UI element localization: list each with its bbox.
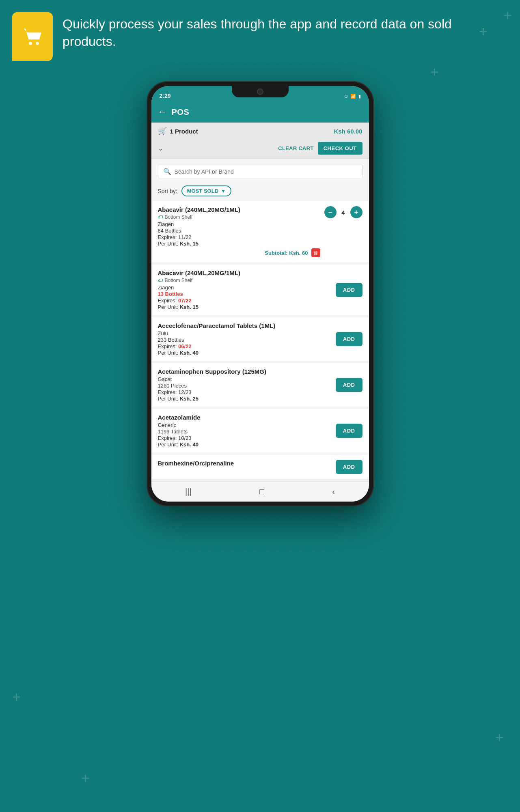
phone-container: 2:29 ⊙ 📶 ▮ ← POS 🛒 1 Product Ksh 60.00 [147,81,374,506]
search-input-wrapper: 🔍 [158,164,362,179]
phone-inner: 2:29 ⊙ 📶 ▮ ← POS 🛒 1 Product Ksh 60.00 [151,86,369,502]
add-button[interactable]: ADD [336,460,362,474]
product-name: Bromhexine/Orciprenaline [158,460,332,467]
product-name: Acetazolamide [158,414,332,421]
product-name: Abacavir (240ML,20MG/1ML) [158,269,332,276]
product-expires: Expires: 12/23 [158,389,332,395]
clock-icon: ⊙ [344,94,348,99]
qty-control: − 4 + [324,206,362,218]
add-button[interactable]: ADD [336,283,362,297]
app-bar: ← POS [151,101,369,123]
tag-icon: 🏷 [158,278,163,283]
cart-badge [12,12,53,61]
product-price: Per Unit: Ksh. 25 [158,396,332,402]
svg-point-1 [36,42,39,45]
product-price: Per Unit: Ksh. 40 [158,350,332,356]
wifi-icon: 📶 [350,94,356,99]
status-time: 2:29 [160,93,171,99]
product-expires: Expires: 11/22 [158,234,320,240]
product-info: Acetaminophen Suppository (125MG)Gacet12… [158,368,332,402]
product-item: Acceclofenac/Paracetamol Tablets (1ML)Zu… [151,317,369,361]
search-icon: 🔍 [163,168,171,175]
product-stock: 84 Bottles [158,228,320,234]
shelf-label: Bottom Shelf [165,214,193,220]
product-info: Acceclofenac/Paracetamol Tablets (1ML)Zu… [158,322,332,356]
product-item: AcetazolamideGeneric1199 TabletsExpires:… [151,409,369,452]
sort-chip[interactable]: MOST SOLD ▼ [181,185,231,196]
delete-button[interactable]: 🗑 [311,248,320,257]
product-expires: Expires: 06/22 [158,343,332,349]
shelf-label: Bottom Shelf [165,278,193,283]
product-item: Bromhexine/OrciprenalineADD [151,455,369,479]
bg-plus-ml: + [430,65,439,80]
action-row: ⌄ CLEAR CART CHECK OUT [151,140,369,159]
battery-icon: ▮ [358,94,361,99]
clear-cart-button[interactable]: CLEAR CART [278,145,314,151]
product-brand: Ziagen [158,221,320,227]
search-container: 🔍 [151,159,369,184]
checkout-button[interactable]: CHECK OUT [318,142,362,155]
svg-point-0 [29,42,32,45]
product-name: Acetaminophen Suppository (125MG) [158,368,332,375]
cart-small-icon: 🛒 [158,127,167,136]
product-name: Abacavir (240ML,20MG/1ML) [158,206,320,213]
nav-recents-icon[interactable]: ||| [185,487,192,496]
sort-row: Sort by: MOST SOLD ▼ [151,184,369,201]
subtotal-row: Subtotal: Ksh. 60 🗑 [158,248,320,257]
phone-outer: 2:29 ⊙ 📶 ▮ ← POS 🛒 1 Product Ksh 60.00 [147,81,374,506]
product-stock: 1260 Pieces [158,383,332,389]
tag-icon: 🏷 [158,214,163,220]
product-brand: Gacet [158,376,332,382]
product-brand: Ziagen [158,284,332,291]
header-section: Quickly process your sales through the a… [12,12,508,61]
sort-label: Sort by: [158,188,177,194]
phone-camera [257,88,263,95]
product-price: Per Unit: Ksh. 40 [158,442,332,448]
product-expires: Expires: 10/23 [158,435,332,441]
product-name: Acceclofenac/Paracetamol Tablets (1ML) [158,322,332,329]
product-stock: 13 Bottles [158,291,332,297]
search-input[interactable] [175,168,357,175]
chevron-icon: ▼ [221,188,226,194]
header-text: Quickly process your sales through the a… [63,15,508,50]
qty-increase-button[interactable]: + [350,206,362,218]
product-info: Abacavir (240ML,20MG/1ML) 🏷 Bottom Shelf… [158,206,320,257]
product-expires: Expires: 07/22 [158,297,332,304]
add-button[interactable]: ADD [336,424,362,438]
qty-decrease-button[interactable]: − [324,206,337,218]
product-stock: 233 Bottles [158,337,332,343]
chevron-down-icon[interactable]: ⌄ [158,144,163,152]
product-shelf: 🏷 Bottom Shelf [158,214,320,220]
back-button[interactable]: ← [158,107,167,117]
product-stock: 1199 Tablets [158,429,332,435]
product-list: Abacavir (240ML,20MG/1ML) 🏷 Bottom Shelf… [151,201,369,479]
add-button[interactable]: ADD [336,332,362,346]
bg-plus-bl: + [12,690,21,704]
product-price: Per Unit: Ksh. 15 [158,241,320,247]
product-item: Acetaminophen Suppository (125MG)Gacet12… [151,363,369,407]
bg-plus-br: + [495,730,504,745]
subtotal-text: Subtotal: Ksh. 60 [265,250,308,256]
cart-total: Ksh 60.00 [334,128,362,135]
cart-summary-left: 🛒 1 Product [158,127,198,136]
bottom-nav: ||| □ ‹ [151,481,369,502]
qty-value: 4 [340,209,347,216]
app-bar-title: POS [172,108,190,117]
product-info: Abacavir (240ML,20MG/1ML) 🏷 Bottom Shelf… [158,269,332,310]
product-item: Abacavir (240ML,20MG/1ML) 🏷 Bottom Shelf… [151,201,369,262]
product-info: AcetazolamideGeneric1199 TabletsExpires:… [158,414,332,448]
nav-home-icon[interactable]: □ [259,487,264,496]
product-brand: Zulu [158,330,332,336]
product-info: Bromhexine/Orciprenaline [158,460,332,468]
bg-plus-mid: + [81,771,90,786]
status-icons: ⊙ 📶 ▮ [344,94,361,99]
nav-back-icon[interactable]: ‹ [332,487,335,496]
sort-chip-text: MOST SOLD [187,188,218,194]
product-price: Per Unit: Ksh. 15 [158,304,332,310]
cart-summary: 🛒 1 Product Ksh 60.00 [151,123,369,140]
cart-product-count: 1 Product [170,128,198,135]
add-button[interactable]: ADD [336,378,362,392]
phone-notch [232,86,289,97]
product-shelf: 🏷 Bottom Shelf [158,278,332,283]
product-item: Abacavir (240ML,20MG/1ML) 🏷 Bottom Shelf… [151,265,369,315]
